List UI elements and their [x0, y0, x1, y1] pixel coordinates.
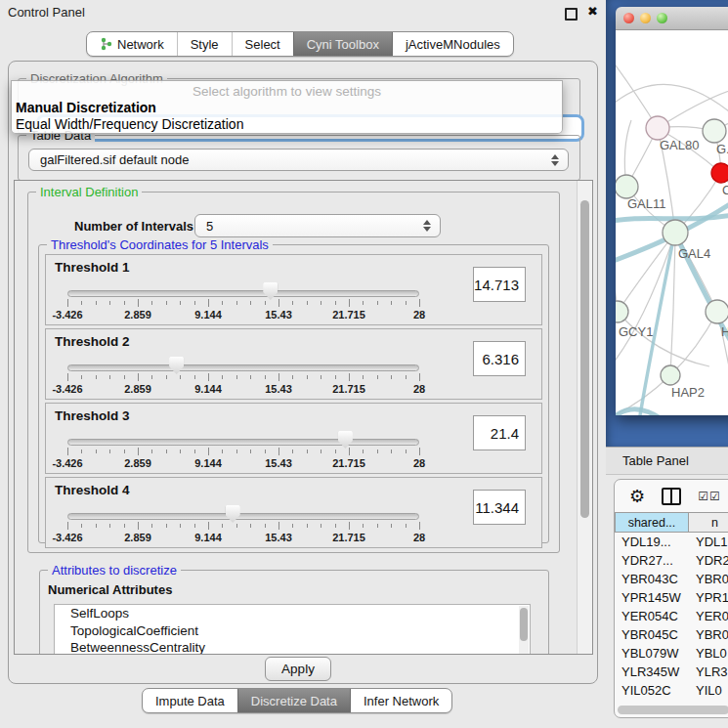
- slider-tick: [166, 301, 167, 305]
- slider-track[interactable]: [67, 290, 419, 297]
- threshold-value-field[interactable]: 14.713: [473, 267, 526, 302]
- float-window-icon[interactable]: [565, 8, 578, 21]
- network-window-titlebar[interactable]: [616, 7, 728, 30]
- tab-impute-data[interactable]: Impute Data: [143, 689, 237, 712]
- cell-name[interactable]: YBR0: [690, 572, 728, 586]
- cell-name[interactable]: YPR1: [690, 590, 728, 605]
- apply-button[interactable]: Apply: [265, 657, 331, 681]
- cell-name[interactable]: YER0: [690, 609, 728, 623]
- network-canvas[interactable]: GAL80G.CGAL11GAL4GCY1HHAP2: [616, 30, 728, 415]
- slider-thumb[interactable]: [338, 431, 353, 449]
- table-row[interactable]: YIL052CYIL0: [615, 681, 728, 700]
- cell-name[interactable]: YLR3: [690, 664, 728, 679]
- network-node-g[interactable]: [703, 119, 726, 143]
- cell-shared-name[interactable]: YBR045C: [615, 627, 690, 642]
- scrollbar-thumb[interactable]: [580, 200, 589, 518]
- network-node-gal4[interactable]: [663, 220, 688, 245]
- slider-thumb[interactable]: [263, 282, 278, 300]
- table-horizontal-scrollbar[interactable]: [618, 706, 728, 714]
- threshold-value-field[interactable]: 11.344: [473, 490, 526, 525]
- tab-discretize-data[interactable]: Discretize Data: [237, 689, 350, 712]
- split-column-icon[interactable]: [662, 488, 681, 505]
- cell-shared-name[interactable]: YDR27...: [615, 553, 690, 568]
- slider-tick: [265, 524, 266, 528]
- tab-jactivemnodules[interactable]: jActiveMNodules: [392, 32, 513, 56]
- gear-icon[interactable]: ⚙: [629, 488, 645, 505]
- numerical-attributes-list[interactable]: SelfLoopsTopologicalCoefficientBetweenne…: [54, 604, 531, 655]
- threshold-slider[interactable]: -3.4262.8599.14415.4321.71528: [67, 357, 419, 396]
- table-row[interactable]: YBR045CYBR0: [615, 625, 728, 644]
- cell-shared-name[interactable]: YDL19...: [615, 535, 690, 549]
- threshold-slider[interactable]: -3.4262.8599.14415.4321.71528: [67, 431, 419, 470]
- tab-infer-network[interactable]: Infer Network: [350, 689, 451, 712]
- cell-shared-name[interactable]: YIL052C: [615, 683, 690, 698]
- scrollbar-thumb[interactable]: [618, 706, 728, 714]
- table-row[interactable]: YER054CYER0: [615, 607, 728, 625]
- tab-select[interactable]: Select: [232, 32, 293, 56]
- popup-item-manual-discretization[interactable]: Manual Discretization: [16, 100, 156, 115]
- attribute-list-item[interactable]: SelfLoops: [55, 605, 530, 622]
- slider-tick: [406, 524, 407, 528]
- cell-name[interactable]: YDR2: [690, 553, 728, 568]
- slider-thumb[interactable]: [169, 357, 184, 374]
- slider-tick-label: 9.144: [194, 383, 222, 395]
- minimize-window-icon[interactable]: [640, 13, 651, 23]
- threshold-value-field[interactable]: 21.4: [473, 415, 526, 450]
- network-node-h[interactable]: [706, 300, 728, 323]
- network-edge[interactable]: [616, 233, 675, 367]
- table-data-combobox[interactable]: galFiltered.sif default node: [28, 149, 569, 171]
- popup-item-equal-width-frequency[interactable]: Equal Width/Frequency Discretization: [16, 116, 243, 132]
- stepper-arrows-icon[interactable]: [551, 154, 559, 166]
- network-edge[interactable]: [618, 312, 709, 366]
- threshold-slider[interactable]: -3.4262.8599.14415.4321.71528: [67, 282, 419, 321]
- slider-tick-label: 28: [413, 309, 425, 321]
- network-node-gal11[interactable]: [616, 175, 638, 198]
- close-window-icon[interactable]: [623, 13, 634, 23]
- slider-track[interactable]: [67, 513, 419, 520]
- column-header-name[interactable]: n: [689, 512, 728, 533]
- slider-tick: [222, 524, 223, 528]
- cell-shared-name[interactable]: YBR043C: [615, 572, 690, 586]
- stepper-arrows-icon[interactable]: [423, 220, 431, 232]
- cell-name[interactable]: YIL0: [690, 683, 728, 698]
- table-row[interactable]: YBL079WYBL0: [615, 644, 728, 663]
- network-node-hap2[interactable]: [661, 365, 680, 385]
- network-node-gcy1[interactable]: [616, 301, 628, 322]
- table-row[interactable]: YDL19...YDL1: [615, 533, 728, 551]
- zoom-window-icon[interactable]: [657, 13, 667, 23]
- threshold-value-field[interactable]: 6.316: [473, 341, 526, 376]
- attributes-list-scrollbar[interactable]: [519, 606, 529, 655]
- cell-name[interactable]: YBL0: [690, 646, 728, 661]
- number-of-intervals-spinner[interactable]: 5: [194, 214, 441, 237]
- slider-track[interactable]: [67, 364, 419, 371]
- table-row[interactable]: YBR043CYBR0: [615, 570, 728, 588]
- tab-network[interactable]: Network: [87, 32, 177, 56]
- tab-style[interactable]: Style: [177, 32, 232, 56]
- cell-name[interactable]: YBR0: [690, 627, 728, 642]
- threshold-slider[interactable]: -3.4262.8599.14415.4321.71528: [67, 505, 419, 544]
- slider-track[interactable]: [67, 439, 419, 446]
- attribute-list-item[interactable]: TopologicalCoefficient: [55, 622, 530, 640]
- close-icon[interactable]: ✖: [587, 4, 598, 19]
- network-edge-thick[interactable]: [616, 409, 690, 415]
- slider-thumb[interactable]: [226, 505, 240, 523]
- checkbox-icons[interactable]: ☑☑: [698, 490, 721, 503]
- scrollbar-thumb[interactable]: [520, 608, 528, 641]
- cell-shared-name[interactable]: YER054C: [615, 609, 690, 623]
- table-row[interactable]: YDR27...YDR2: [615, 551, 728, 570]
- cell-shared-name[interactable]: YPR145W: [615, 590, 690, 605]
- cell-shared-name[interactable]: YBL079W: [615, 646, 690, 661]
- settings-vertical-scrollbar[interactable]: [577, 181, 592, 654]
- attribute-list-item[interactable]: BetweennessCentrality: [55, 639, 530, 655]
- tab-cyni-toolbox[interactable]: Cyni Toolbox: [293, 32, 392, 56]
- network-node-c[interactable]: [711, 163, 728, 183]
- cell-shared-name[interactable]: YLR345W: [615, 664, 690, 679]
- column-header-shared-name[interactable]: shared...: [615, 512, 689, 533]
- tab-impute-data-label: Impute Data: [155, 694, 225, 708]
- cell-name[interactable]: YDL1: [690, 535, 728, 549]
- table-row[interactable]: YLR345WYLR3: [615, 663, 728, 681]
- network-node-gal80[interactable]: [646, 116, 669, 140]
- table-row[interactable]: YPR145WYPR1: [615, 588, 728, 607]
- slider-tick: [81, 301, 82, 305]
- slider-tick: [109, 524, 110, 528]
